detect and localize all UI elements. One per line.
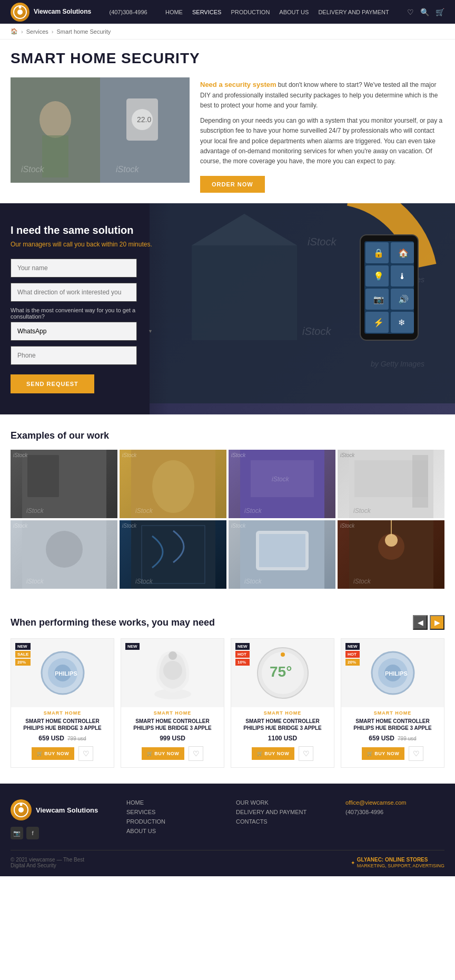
product-price: 1100 USD (268, 735, 297, 742)
nav-production[interactable]: PRODUCTION (231, 9, 270, 15)
svg-text:22.0: 22.0 (137, 115, 151, 124)
footer-copy: © 2021 viewcamse — The BestDigital And S… (11, 857, 84, 868)
product-price-row: 659 USD 799 usd (11, 735, 114, 746)
istock-label: iStock (122, 523, 136, 529)
svg-text:🔒: 🔒 (373, 248, 384, 258)
footer-link-production[interactable]: PRODUCTION (126, 818, 225, 825)
send-request-button[interactable]: SEND REQUEST (11, 374, 94, 393)
svg-rect-50 (412, 455, 428, 508)
buy-now-button[interactable]: 🛒 BUY NOW (362, 747, 404, 760)
breadcrumb-services[interactable]: Services (26, 28, 48, 35)
nav-about[interactable]: ABOUT US (279, 9, 309, 15)
breadcrumb-home[interactable]: 🏠 (11, 28, 18, 35)
facebook-icon[interactable]: f (26, 827, 39, 839)
svg-text:by Getty Images: by Getty Images (371, 360, 424, 368)
footer-link-ourwork[interactable]: OUR WORK (236, 799, 335, 806)
svg-rect-39 (27, 455, 59, 497)
dark-section: iStock by Getty Images iStock by Getty I… (0, 203, 455, 414)
nav-delivery[interactable]: DELIVERY AND PAYMENT (318, 9, 389, 15)
svg-point-65 (385, 534, 398, 547)
svg-text:iStock: iStock (272, 476, 290, 483)
footer-powered: ✦ GLYANEC: ONLINE STORES MARKETING, SUPP… (351, 857, 444, 868)
footer-link-delivery[interactable]: DELIVERY AND PAYMENT (236, 809, 335, 815)
form-convenient-field: What is the most convenient way for you … (11, 307, 158, 341)
product-price-row: 1100 USD (231, 735, 334, 746)
wishlist-button[interactable]: ♡ (299, 746, 313, 761)
wishlist-button[interactable]: ♡ (78, 746, 93, 761)
buy-now-button[interactable]: 🛒 BUY NOW (142, 747, 184, 760)
badge-pct: 10% (235, 659, 250, 666)
email-link[interactable]: office@viewcamse.com (345, 799, 407, 806)
svg-text:⚡: ⚡ (373, 318, 384, 328)
product-actions: 🛒 BUY NOW ♡ (231, 746, 334, 761)
footer-link-contacts[interactable]: CONTACTS (236, 818, 335, 825)
badge-hot: HOT (235, 651, 250, 658)
wishlist-icon[interactable]: ♡ (407, 8, 414, 16)
istock-label: iStock (231, 452, 245, 458)
product-category: SMART HOME (11, 707, 114, 717)
direction-input[interactable] (11, 283, 137, 302)
product-badges: NEW HOT 10% (235, 643, 250, 666)
header-phone: (407)308-4996 (109, 9, 147, 15)
svg-point-2 (19, 6, 22, 8)
footer-link-services[interactable]: SERVICES (126, 809, 225, 815)
product-badges: NEW SALE 20% (15, 643, 31, 666)
svg-text:iStock: iStock (26, 507, 44, 514)
product-next-button[interactable]: ▶ (430, 615, 444, 630)
svg-text:iStock: iStock (353, 578, 371, 585)
convenient-label: What is the most convenient way for you … (11, 307, 158, 320)
name-input[interactable] (11, 259, 137, 278)
breadcrumb-current: Smart home Security (57, 28, 111, 35)
whatsapp-select[interactable]: WhatsApp Telegram Phone call Email (11, 322, 137, 341)
product-nav-arrows: ◀ ▶ (413, 615, 444, 630)
svg-point-6 (39, 101, 71, 138)
footer-link-about[interactable]: ABOUT US (126, 828, 225, 834)
breadcrumb: 🏠 › Services › Smart home Security (0, 24, 455, 39)
form-subtitle: Our managers will call you back within 2… (11, 241, 158, 248)
svg-point-84 (20, 804, 23, 806)
badge-pct: 20% (15, 659, 31, 666)
svg-text:iStock: iStock (244, 578, 262, 585)
svg-text:iStock: iStock (135, 507, 153, 514)
footer-link-home[interactable]: HOME (126, 799, 225, 806)
cart-icon[interactable]: 🛒 (436, 8, 444, 16)
nav-home[interactable]: HOME (165, 9, 183, 15)
order-now-button[interactable]: ORDER NOW (200, 176, 265, 193)
header: Viewcam Solutions (407)308-4996 HOME SER… (0, 0, 455, 24)
instagram-icon[interactable]: 📷 (11, 827, 23, 839)
gallery-item: iStock iStock (11, 450, 117, 518)
footer-social: 📷 f (11, 827, 116, 839)
svg-text:📷: 📷 (373, 294, 384, 304)
dark-bg-image: iStock by Getty Images iStock by Getty I… (150, 203, 455, 414)
product-price-old: 799 usd (67, 736, 86, 741)
svg-text:PHILIPS: PHILIPS (385, 670, 408, 677)
page-title-section: SMART HOME SECURITY (0, 39, 455, 72)
product-actions: 🛒 BUY NOW ♡ (121, 746, 224, 761)
nav-services[interactable]: SERVICES (192, 9, 221, 15)
svg-text:iStock: iStock (26, 578, 44, 585)
product-card: NEW SMART HOME SMART HOME CONTROLLERPHIL… (121, 638, 224, 768)
svg-text:iStock: iStock (353, 507, 371, 514)
footer-logo: Viewcam Solutions (11, 799, 116, 820)
wishlist-button[interactable]: ♡ (409, 746, 423, 761)
product-price: 659 USD (369, 735, 394, 742)
phone-input[interactable] (11, 346, 137, 365)
wishlist-button[interactable]: ♡ (189, 746, 203, 761)
svg-rect-36 (192, 245, 297, 340)
product-price-row: 999 USD (121, 735, 224, 746)
svg-point-72 (163, 661, 182, 680)
product-price-row: 659 USD 799 usd (341, 735, 444, 746)
content-image: 22.0 iStock iStock (11, 77, 190, 183)
product-prev-button[interactable]: ◀ (413, 615, 428, 630)
buy-now-button[interactable]: 🛒 BUY NOW (32, 747, 74, 760)
svg-text:❄: ❄ (398, 318, 405, 327)
gallery-item: iStock iStock (11, 520, 117, 589)
badge-pct: 20% (345, 659, 360, 666)
search-icon[interactable]: 🔍 (420, 8, 429, 16)
footer-grid: Viewcam Solutions 📷 f HOME SERVICES PROD… (11, 799, 444, 839)
footer-col-nav1: HOME SERVICES PRODUCTION ABOUT US (126, 799, 225, 839)
product-name: SMART HOME CONTROLLERPHILIPS HUE BRIDGE … (121, 717, 224, 735)
buy-now-button[interactable]: 🛒 BUY NOW (252, 747, 294, 760)
products-header: When performing these works, you may nee… (11, 615, 444, 630)
gallery-item: iStock iStock iStock (229, 450, 335, 518)
